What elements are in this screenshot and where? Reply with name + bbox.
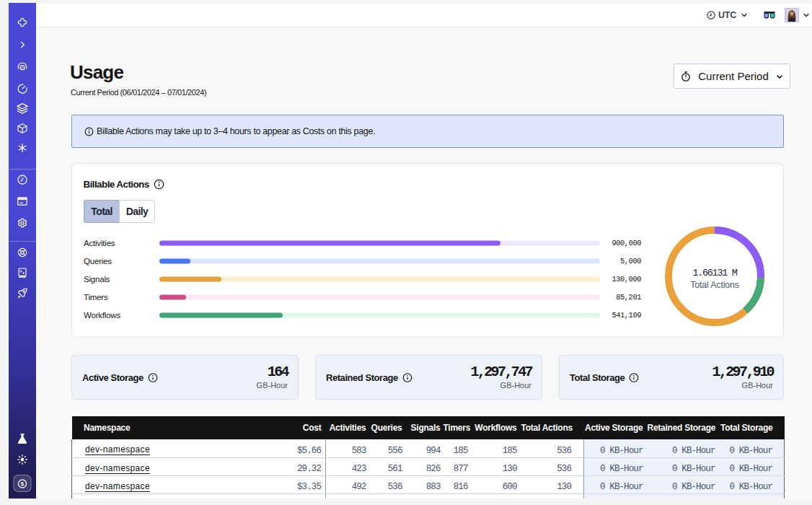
svg-text:$: $	[21, 480, 25, 487]
svg-text:1.66131 M: 1.66131 M	[692, 268, 737, 278]
svg-text:Total Actions: Total Actions	[690, 280, 739, 290]
